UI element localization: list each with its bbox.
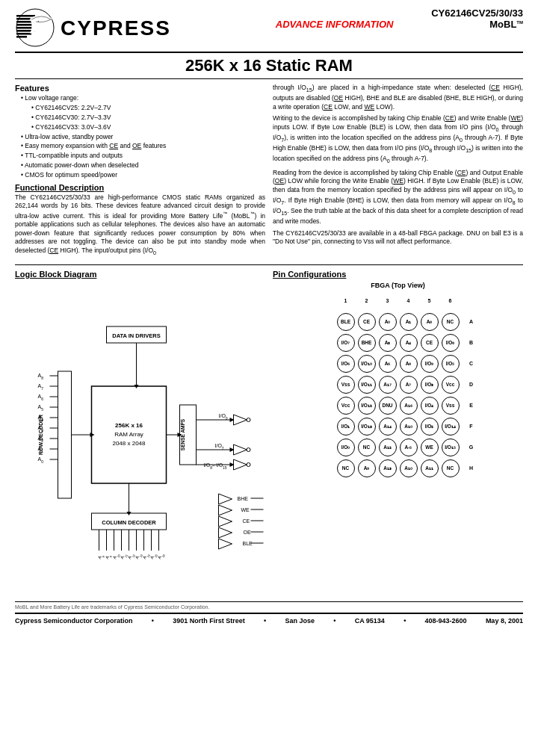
- svg-text:BHE: BHE: [238, 496, 249, 501]
- ball-C5: I/O₉: [421, 355, 439, 373]
- footer-address: 3901 North First Street: [173, 617, 245, 625]
- fbga-cell-C5: I/O₉: [419, 353, 440, 374]
- main-content: Features Low voltage range: CY62146CV25:…: [15, 84, 523, 260]
- row-label-H: [315, 458, 336, 479]
- bullet1: •: [152, 617, 154, 625]
- ball-D4: A₇: [400, 376, 418, 394]
- fbga-cell-F6: I/O₁₄: [440, 416, 461, 437]
- bullet2: •: [264, 617, 266, 625]
- col-header-5: 5: [419, 291, 440, 312]
- svg-text:RAM Array: RAM Array: [114, 431, 143, 438]
- functional-desc-p2: Writing to the device is accomplished by…: [273, 114, 523, 165]
- logo-area: CYPRESS: [15, 7, 179, 49]
- svg-text:DATA IN DRIVERS: DATA IN DRIVERS: [112, 332, 160, 339]
- fbga-cell-F2: I/O₁₃: [356, 416, 377, 437]
- pin-config-section: Pin Configurations FBGA (Top View) 1 2 3…: [273, 270, 523, 597]
- ball-F3: A₁₄: [379, 418, 397, 436]
- ball-E4: A₁₆: [400, 397, 418, 415]
- col-header-4: 4: [398, 291, 419, 312]
- row-label-right-D: D: [461, 374, 482, 395]
- part-number: CY62146CV25/30/33: [431, 7, 523, 19]
- svg-text:OE: OE: [244, 530, 251, 535]
- features-list: Low voltage range: CY62146CV25: 2.2V–2.7…: [15, 94, 265, 180]
- row-label-F: [315, 416, 336, 437]
- fbga-cell-D1: Vss: [336, 374, 356, 395]
- row-label-A: [315, 312, 336, 332]
- footer-phone: 408-943-2600: [425, 617, 467, 625]
- list-item: CY62146CV25: 2.2V–2.7V: [31, 104, 265, 113]
- fbga-cell-A4: A₁: [398, 312, 419, 332]
- fbga-cell-C6: I/O₅: [440, 353, 461, 374]
- fbga-cell-B2: BHE: [356, 332, 377, 353]
- fbga-cell-H1: NC: [336, 458, 356, 479]
- list-item: CY62146CV33: 3.0V–3.6V: [31, 123, 265, 132]
- footer-bar: Cypress Semiconductor Corporation • 3901…: [15, 613, 523, 625]
- col-header-6: 6: [440, 291, 461, 312]
- fbga-cell-E6: Vss: [440, 395, 461, 416]
- ball-E3: DNU: [379, 397, 397, 415]
- fbga-cell-D5: I/O₃: [419, 374, 440, 395]
- logo-text: CYPRESS: [61, 16, 171, 40]
- footer-statzip: CA 95134: [355, 617, 385, 625]
- svg-rect-8: [16, 36, 27, 38]
- svg-marker-92: [219, 516, 232, 527]
- ball-A5: A₈: [421, 313, 439, 331]
- svg-point-57: [247, 462, 250, 466]
- ball-G2: NC: [358, 439, 376, 456]
- fbga-cell-E1: Vcc: [336, 395, 356, 416]
- svg-marker-91: [219, 505, 232, 515]
- fbga-cell-B1: I/O₇: [336, 332, 356, 353]
- fbga-cell-E2: I/O₁₂: [356, 395, 377, 416]
- svg-marker-90: [219, 494, 232, 504]
- functional-desc-title: Functional Description: [15, 183, 265, 192]
- ball-B2: BHE: [358, 334, 376, 352]
- features-title: Features: [15, 84, 265, 93]
- svg-text:COLUMN DECODER: COLUMN DECODER: [102, 519, 156, 526]
- ball-F1: I/O₁: [337, 418, 355, 436]
- logic-block-title: Logic Block Diagram: [15, 270, 265, 279]
- fbga-title: FBGA (Top View): [273, 282, 523, 289]
- fbga-cell-E3: DNU: [377, 395, 398, 416]
- svg-marker-94: [219, 539, 232, 549]
- fbga-cell-A5: A₈: [419, 312, 440, 332]
- ball-A6: NC: [442, 313, 460, 331]
- functional-desc-p1-cont: through I/O15) are placed in a high-impe…: [273, 84, 523, 111]
- ball-C1: I/O₆: [337, 355, 355, 373]
- ball-E2: I/O₁₂: [358, 397, 376, 415]
- header: CYPRESS CY62146CV25/30/33 ADVANCE INFORM…: [15, 7, 523, 53]
- fbga-cell-H2: A₉: [356, 458, 377, 479]
- svg-text:WE: WE: [241, 507, 250, 512]
- row-label-right-H: H: [461, 458, 482, 479]
- svg-marker-54: [234, 444, 247, 455]
- ball-H2: A₉: [358, 459, 376, 477]
- advance-info-label: ADVANCE INFORMATION: [179, 19, 489, 30]
- row-label-G: [315, 437, 336, 458]
- svg-rect-9: [58, 371, 72, 498]
- ball-F2: I/O₁₃: [358, 418, 376, 436]
- svg-text:2048 x 2048: 2048 x 2048: [112, 440, 146, 447]
- page-title: 256K x 16 Static RAM: [15, 56, 523, 79]
- ball-D3: A₁₇: [379, 376, 397, 394]
- fbga-cell-C4: A₈: [398, 353, 419, 374]
- fbga-cell-F1: I/O₁: [336, 416, 356, 437]
- svg-marker-56: [234, 459, 247, 470]
- ball-E1: Vcc: [337, 397, 355, 415]
- svg-rect-1: [16, 15, 35, 17]
- ball-H6: NC: [442, 459, 460, 477]
- ball-E5: I/O₄: [421, 397, 439, 415]
- page: CYPRESS CY62146CV25/30/33 ADVANCE INFORM…: [0, 0, 538, 756]
- list-item: Low voltage range:: [21, 94, 265, 103]
- row-label-D: [315, 374, 336, 395]
- ball-C3: A₆: [379, 355, 397, 373]
- fbga-cell-G6: I/O₁₅: [440, 437, 461, 458]
- fbga-cell-H5: A₁₁: [419, 458, 440, 479]
- mobl-label: MoBLTM: [489, 19, 523, 30]
- ball-D2: I/O₁₁: [358, 376, 376, 394]
- svg-text:A16: A16: [157, 551, 166, 560]
- col-header-2: 2: [356, 291, 377, 312]
- functional-desc-p4: The CY62146CV25/30/33 are available in a…: [273, 229, 523, 247]
- ball-C4: A₈: [400, 355, 418, 373]
- svg-text:256K x 16: 256K x 16: [115, 422, 143, 429]
- ball-A2: CE: [358, 313, 376, 331]
- footer-city: San Jose: [285, 617, 315, 625]
